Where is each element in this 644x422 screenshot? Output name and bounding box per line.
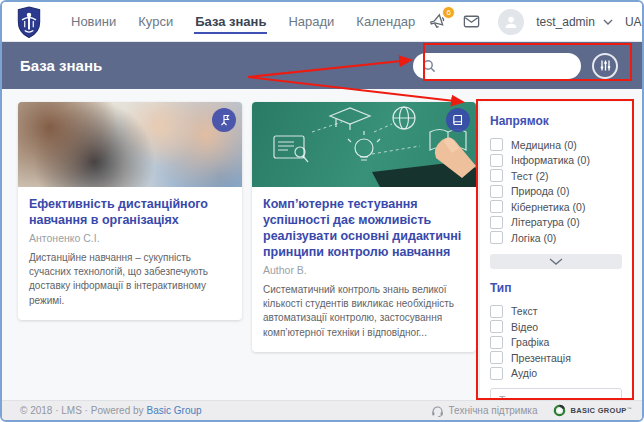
card-1-author: Антоненко С.І. (29, 232, 231, 244)
filter-option[interactable]: Природа (0) (490, 184, 622, 200)
search-box (413, 53, 581, 79)
card-1-description: Дистанційне навчання – сукупність сучасн… (29, 251, 231, 308)
article-card-1: Ефективність дистанційного навчання в ор… (18, 102, 242, 320)
card-2-title[interactable]: Комп’ютерне тестування успішності дає мо… (263, 196, 465, 260)
filter-option[interactable]: Інформатика (0) (490, 153, 622, 169)
user-avatar[interactable] (498, 9, 524, 35)
topbar-actions: 6 test_admin UA (426, 9, 641, 35)
card-2-type-badge (446, 108, 470, 132)
page-header: База знань (2, 42, 642, 89)
card-2-body: Комп’ютерне тестування успішності дає мо… (252, 187, 476, 352)
checkbox[interactable] (490, 154, 503, 167)
chevron-down-icon[interactable] (603, 19, 613, 25)
language-selector[interactable]: UA (625, 15, 642, 29)
app-window: НовиниКурсиБаза знаньНарадиКалендар 6 (0, 0, 644, 422)
nav-item[interactable]: База знань (184, 2, 277, 41)
filter-option[interactable]: Тест (2) (490, 168, 622, 184)
footer: © 2018 · LMS · Powered by Basic Group Те… (2, 400, 642, 420)
filter-option[interactable]: Кібернетика (0) (490, 199, 622, 215)
flag-icon (218, 114, 230, 126)
chalkboard-doodles (252, 102, 476, 187)
checkbox[interactable] (490, 320, 503, 333)
copyright-text: © 2018 · LMS · Powered by (20, 405, 144, 416)
card-1-thumbnail[interactable] (18, 102, 242, 187)
tech-support-link[interactable]: Технічна підтримка (431, 405, 538, 417)
kyiv-emblem-logo[interactable] (16, 6, 42, 38)
content-area: Ефективність дистанційного навчання в ор… (2, 89, 642, 400)
search-input[interactable] (413, 53, 581, 79)
page-title: База знань (20, 57, 102, 74)
nav-item[interactable]: Календар (345, 2, 426, 41)
username-label[interactable]: test_admin (536, 15, 595, 29)
checkbox[interactable] (490, 367, 503, 380)
expand-directions-button[interactable] (490, 254, 622, 269)
checkbox[interactable] (490, 169, 503, 182)
card-1-body: Ефективність дистанційного навчання в ор… (18, 187, 242, 320)
search-area (413, 53, 624, 79)
search-filters-button[interactable] (592, 53, 618, 79)
basic-group-link[interactable]: Basic Group (147, 405, 202, 416)
messages-button[interactable] (460, 11, 482, 33)
card-2-description: Систематичний контроль знань великої кіл… (263, 283, 465, 340)
tune-sliders-icon (599, 59, 612, 72)
filter-option[interactable]: Графіка (490, 335, 622, 351)
card-2-author: Author B. (263, 264, 465, 276)
headset-icon (431, 405, 444, 417)
filter-option[interactable]: Відео (490, 319, 622, 335)
filter-option[interactable]: Текст (490, 304, 622, 320)
filter-option[interactable]: Аудіо (490, 366, 622, 382)
checkbox[interactable] (490, 336, 503, 349)
checkbox[interactable] (490, 138, 503, 151)
person-icon (503, 14, 519, 30)
card-1-title[interactable]: Ефективність дистанційного навчання в ор… (29, 196, 231, 228)
main-nav: НовиниКурсиБаза знаньНарадиКалендар (60, 2, 426, 41)
article-cards: Ефективність дистанційного навчання в ор… (18, 102, 476, 352)
filter-type-title: Тип (490, 281, 622, 295)
card-2-thumbnail[interactable] (252, 102, 476, 187)
checkbox[interactable] (490, 231, 503, 244)
filter-option[interactable]: Література (0) (490, 215, 622, 231)
checkbox[interactable] (490, 216, 503, 229)
basic-group-ring-icon (553, 404, 566, 417)
filter-direction-list: Медицина (0) Інформатика (0) Тест (2) Пр… (490, 137, 622, 246)
filter-type-list: Текст Відео Графіка Презентація Аудіо (490, 304, 622, 382)
chevron-down-icon (549, 258, 563, 265)
nav-item[interactable]: Наради (277, 2, 345, 41)
checkbox[interactable] (490, 200, 503, 213)
top-navigation-bar: НовиниКурсиБаза знаньНарадиКалендар 6 (2, 2, 642, 42)
checkbox[interactable] (490, 185, 503, 198)
filters-panel: Напрямок Медицина (0) Інформатика (0) Те… (480, 102, 632, 422)
nav-item[interactable]: Курси (127, 2, 184, 41)
filter-option[interactable]: Презентація (490, 350, 622, 366)
mail-icon (462, 12, 481, 31)
filter-direction-title: Напрямок (490, 114, 622, 128)
announcements-button[interactable]: 6 (426, 11, 448, 33)
card-1-type-badge (212, 108, 236, 132)
filter-option[interactable]: Логіка (0) (490, 230, 622, 246)
notification-badge: 6 (442, 6, 455, 19)
footer-right: Технічна підтримка BASIC GROUP™ (431, 404, 632, 417)
tech-support-label: Технічна підтримка (449, 405, 538, 416)
book-icon (452, 114, 464, 126)
article-card-2: Комп’ютерне тестування успішності дає мо… (252, 102, 476, 352)
filter-option[interactable]: Медицина (0) (490, 137, 622, 153)
checkbox[interactable] (490, 351, 503, 364)
basic-group-logo[interactable]: BASIC GROUP™ (553, 404, 632, 417)
basic-group-logo-text: BASIC GROUP™ (570, 406, 632, 415)
people-photo (18, 102, 242, 187)
checkbox[interactable] (490, 305, 503, 318)
nav-item[interactable]: Новини (60, 2, 127, 41)
